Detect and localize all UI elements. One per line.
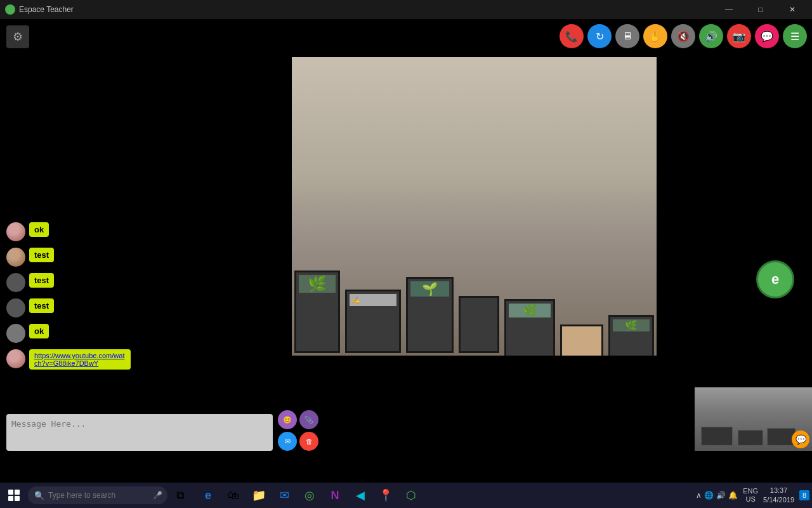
chat-button[interactable]: 💬	[755, 24, 779, 48]
edge-icon: e	[205, 489, 211, 502]
espace-icon: ⬡	[406, 488, 416, 502]
settings-button[interactable]: ⚙	[6, 25, 29, 48]
floating-avatar[interactable]: e	[756, 260, 794, 298]
app-logo-icon	[5, 4, 15, 15]
taskbar-app1[interactable]: ◀	[348, 483, 373, 508]
monitor-icon-3	[767, 428, 796, 446]
avatar	[6, 273, 25, 292]
start-square-2	[15, 490, 20, 495]
taskbar-onenote[interactable]: N	[322, 483, 348, 508]
taskbar-chrome[interactable]: ◎	[297, 483, 322, 508]
menu-button[interactable]: ☰	[783, 24, 807, 48]
chat-icon: 💬	[796, 434, 806, 444]
button-row-top: 😊 📎	[278, 410, 318, 429]
taskbar-espace[interactable]: ⬡	[398, 483, 424, 508]
onenote-icon: N	[331, 489, 339, 502]
screen-share-button[interactable]: 🖥	[615, 24, 639, 48]
chat-bubble: test	[29, 298, 54, 313]
camera-button[interactable]: 📷	[727, 24, 751, 48]
taskbar-store[interactable]: 🛍	[221, 483, 246, 508]
notification-icon[interactable]: 🔔	[728, 491, 738, 500]
chat-preview-icon[interactable]: 💬	[792, 431, 809, 448]
language-indicator: ENG US	[743, 487, 758, 504]
taskbar-explorer[interactable]: 📁	[246, 483, 272, 508]
screen-icon: 🖥	[622, 30, 632, 42]
taskbar-maps[interactable]: 📍	[373, 483, 398, 508]
avatar	[6, 324, 25, 343]
chrome-icon: ◎	[304, 488, 315, 502]
microphone-icon: 🎤	[153, 491, 162, 500]
chevron-up-icon[interactable]: ∧	[696, 491, 702, 500]
clock: 13:37 5/14/2019	[761, 486, 797, 505]
close-button[interactable]: ✕	[778, 0, 807, 19]
main-video: 🌿 ✍ 🌱 🌿 🌿	[292, 57, 657, 356]
explorer-icon: 📁	[252, 488, 266, 502]
frame-5: 🌿	[504, 299, 555, 356]
windows-icon	[8, 490, 20, 501]
chat-area: ok test test test ok https://www.youtube…	[6, 222, 146, 376]
phone-icon: 📞	[565, 30, 578, 43]
frame-3: 🌱	[406, 277, 454, 353]
delete-button[interactable]: 🗑	[299, 432, 318, 451]
system-tray: ∧ 🌐 🔊 🔔	[692, 491, 742, 500]
chat-bubble: ok	[29, 324, 49, 338]
menu-icon: ☰	[790, 30, 799, 43]
hand-icon: ✋	[649, 30, 662, 43]
chat-message: test	[6, 273, 146, 292]
volume-icon: 🔊	[705, 30, 717, 43]
store-icon: 🛍	[228, 489, 239, 502]
chat-bubble-link[interactable]: https://www.youtube.com/watch?v=G88ike7D…	[29, 349, 131, 370]
button-row-bottom: ✉ 🗑	[278, 432, 318, 451]
search-input[interactable]	[28, 486, 167, 504]
minimize-button[interactable]: —	[714, 0, 743, 19]
wall-frames: 🌿 ✍ 🌱 🌿 🌿	[292, 229, 657, 356]
chat-icon: 💬	[761, 30, 773, 43]
refresh-icon: ↻	[596, 30, 604, 43]
maps-icon: 📍	[379, 488, 393, 502]
mute-button[interactable]: 🔇	[671, 24, 695, 48]
taskbar: 🔍 🎤 ⧉ e 🛍 📁 ✉ ◎ N ◀ 📍 ⬡	[0, 483, 812, 508]
notification-count[interactable]: 8	[799, 490, 809, 500]
mute-icon: 🔇	[677, 30, 690, 43]
search-icon: 🔍	[34, 491, 44, 500]
message-area: 😊 📎 ✉ 🗑	[6, 410, 318, 451]
top-toolbar: 📞 ↻ 🖥 ✋ 🔇 🔊 📷 💬 ☰	[560, 24, 807, 48]
chat-message: test	[6, 298, 146, 318]
camera-icon: 📷	[733, 30, 745, 43]
chat-message: test	[6, 248, 146, 267]
taskbar-app-icons: e 🛍 📁 ✉ ◎ N ◀ 📍 ⬡	[193, 483, 426, 508]
start-square-1	[8, 490, 13, 495]
titlebar-left: Espace Teacher	[5, 4, 74, 15]
youtube-link[interactable]: https://www.youtube.com/watch?v=G88ike7D…	[34, 352, 124, 367]
avatar	[6, 222, 25, 241]
network-icon[interactable]: 🌐	[704, 491, 714, 500]
email-button[interactable]: ✉	[278, 432, 297, 451]
frame-1: 🌿	[294, 271, 340, 353]
chat-message: ok	[6, 222, 146, 241]
avatar	[6, 349, 25, 368]
date: 5/14/2019	[763, 495, 794, 505]
emoji-button[interactable]: 😊	[278, 410, 297, 429]
maximize-button[interactable]: □	[746, 0, 775, 19]
taskview-icon: ⧉	[176, 489, 185, 502]
start-square-3	[8, 496, 13, 501]
volume-button[interactable]: 🔊	[699, 24, 723, 48]
attach-button[interactable]: 📎	[299, 410, 318, 429]
mail-icon: ✉	[280, 488, 289, 502]
raise-hand-button[interactable]: ✋	[643, 24, 667, 48]
taskbar-mail[interactable]: ✉	[272, 483, 297, 508]
app1-icon: ◀	[356, 488, 365, 502]
monitor-icon	[701, 427, 733, 446]
chat-bubble: test	[29, 273, 54, 288]
start-square-4	[15, 496, 20, 501]
taskview-button[interactable]: ⧉	[167, 483, 193, 508]
taskbar-edge[interactable]: e	[195, 483, 221, 508]
avatar	[6, 248, 25, 267]
hangup-button[interactable]: 📞	[560, 24, 584, 48]
chat-bubble: ok	[29, 222, 49, 237]
start-button[interactable]	[0, 483, 28, 508]
refresh-button[interactable]: ↻	[587, 24, 612, 48]
volume-sys-icon[interactable]: 🔊	[716, 491, 726, 500]
message-input[interactable]	[6, 414, 273, 451]
gear-icon: ⚙	[13, 30, 23, 44]
